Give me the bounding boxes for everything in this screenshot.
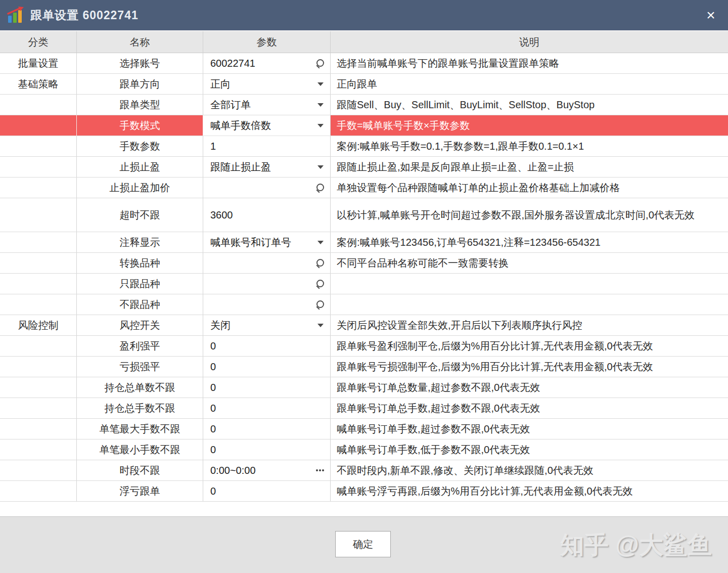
param-value: 喊单手数倍数 — [210, 119, 271, 133]
settings-table: 批量设置选择账号60022741选择当前喊单账号下的跟单账号批量设置跟单策略基础… — [0, 53, 728, 502]
search-icon[interactable] — [315, 58, 325, 68]
category-cell: 风险控制 — [0, 315, 77, 335]
category-cell — [0, 198, 77, 232]
param-cell[interactable]: 跟随止损止盈 — [203, 157, 331, 177]
param-cell[interactable]: 关闭 — [203, 315, 331, 335]
name-cell: 时段不跟 — [77, 460, 203, 480]
param-value: 关闭 — [210, 319, 231, 332]
table-row: 亏损强平0跟单账号亏损强制平仓,后缀为%用百分比计算,无代表用金额,0代表无效 — [0, 357, 728, 377]
name-cell: 不跟品种 — [77, 294, 203, 315]
category-cell — [0, 95, 77, 115]
chevron-down-icon[interactable] — [317, 82, 324, 86]
category-cell — [0, 178, 77, 198]
chevron-down-icon[interactable] — [317, 324, 324, 327]
param-cell[interactable] — [203, 294, 331, 315]
param-cell[interactable] — [203, 178, 331, 198]
description-cell: 不跟时段内,新单不跟,修改、关闭订单继续跟随,0代表无效 — [331, 460, 728, 480]
param-cell[interactable]: 0 — [203, 398, 331, 418]
name-cell: 超时不跟 — [77, 198, 203, 232]
param-cell[interactable] — [203, 274, 331, 294]
param-cell[interactable]: 喊单账号和订单号 — [203, 232, 331, 252]
table-filler — [0, 502, 728, 516]
param-value: 0 — [210, 361, 216, 373]
chevron-down-icon[interactable] — [317, 241, 324, 244]
description-cell: 跟随Sell、Buy、SellLimit、BuyLimit、SellStop、B… — [331, 95, 728, 115]
description-cell: 以秒计算,喊单账号开仓时间超过参数不跟,国外服务器设置成北京时间,0代表无效 — [331, 198, 728, 232]
param-cell[interactable]: 全部订单 — [203, 95, 331, 115]
search-icon[interactable] — [315, 299, 325, 310]
param-value: 0 — [210, 382, 216, 393]
category-cell — [0, 481, 77, 501]
description-cell: 选择当前喊单账号下的跟单账号批量设置跟单策略 — [331, 53, 728, 73]
name-cell: 只跟品种 — [77, 274, 203, 294]
window-title: 跟单设置 60022741 — [30, 8, 139, 23]
param-cell[interactable]: 喊单手数倍数 — [203, 115, 331, 136]
param-value: 0 — [210, 423, 216, 435]
chevron-down-icon[interactable] — [317, 124, 324, 127]
name-cell: 单笔最小手数不跟 — [77, 439, 203, 460]
table-row: 持仓总手数不跟0跟单账号订单总手数,超过参数不跟,0代表无效 — [0, 398, 728, 419]
param-cell[interactable] — [203, 253, 331, 273]
header-category: 分类 — [0, 31, 77, 53]
confirm-button[interactable]: 确定 — [335, 531, 391, 557]
category-cell — [0, 460, 77, 480]
param-cell[interactable]: 正向 — [203, 74, 331, 94]
category-cell — [0, 253, 77, 273]
table-row: 浮亏跟单0喊单账号浮亏再跟,后缀为%用百分比计算,无代表用金额,0代表无效 — [0, 481, 728, 502]
param-cell[interactable]: 0 — [203, 439, 331, 460]
category-cell — [0, 439, 77, 460]
description-cell: 喊单账号浮亏再跟,后缀为%用百分比计算,无代表用金额,0代表无效 — [331, 481, 728, 501]
description-cell: 案例:喊单账号123456,订单号654321,注释=123456-654321 — [331, 232, 728, 252]
param-value: 60022741 — [210, 58, 255, 69]
close-icon[interactable]: × — [700, 4, 722, 26]
param-cell[interactable]: 60022741 — [203, 53, 331, 73]
table-row: 单笔最小手数不跟0喊单账号订单手数,低于参数不跟,0代表无效 — [0, 439, 728, 460]
param-cell[interactable]: 0 — [203, 377, 331, 398]
category-cell — [0, 357, 77, 377]
param-cell[interactable]: 0:00~0:00 — [203, 460, 331, 480]
param-value: 0 — [210, 340, 216, 352]
param-cell[interactable]: 0 — [203, 336, 331, 356]
header-name: 名称 — [77, 31, 203, 53]
table-row: 止损止盈加价单独设置每个品种跟随喊单订单的止损止盈价格基础上加减价格 — [0, 178, 728, 198]
name-cell: 止损止盈 — [77, 157, 203, 177]
header-description: 说明 — [331, 31, 728, 53]
description-cell: 跟随止损止盈,如果是反向跟单止损=止盈、止盈=止损 — [331, 157, 728, 177]
search-icon[interactable] — [315, 183, 325, 193]
param-cell[interactable]: 0 — [203, 481, 331, 501]
param-cell[interactable]: 0 — [203, 357, 331, 377]
name-cell: 持仓总手数不跟 — [77, 398, 203, 418]
table-row: 风险控制风控开关关闭关闭后风控设置全部失效,开启后以下列表顺序执行风控 — [0, 315, 728, 336]
table-row: 基础策略跟单方向正向正向跟单 — [0, 74, 728, 95]
table-row: 手数模式喊单手数倍数手数=喊单账号手数×手数参数 — [0, 115, 728, 136]
table-row: 不跟品种 — [0, 294, 728, 315]
description-cell: 跟单账号亏损强制平仓,后缀为%用百分比计算,无代表用金额,0代表无效 — [331, 357, 728, 377]
param-value: 喊单账号和订单号 — [210, 236, 291, 249]
param-value: 跟随止损止盈 — [210, 160, 271, 174]
chevron-down-icon[interactable] — [317, 103, 324, 107]
name-cell: 跟单方向 — [77, 74, 203, 94]
param-cell[interactable]: 1 — [203, 136, 331, 156]
description-cell — [331, 294, 728, 315]
search-icon[interactable] — [315, 258, 325, 268]
category-cell — [0, 115, 77, 136]
name-cell: 亏损强平 — [77, 357, 203, 377]
name-cell: 手数模式 — [77, 115, 203, 136]
category-cell — [0, 136, 77, 156]
param-value: 1 — [210, 141, 216, 152]
app-logo-chart-icon — [7, 7, 25, 24]
dialog-footer: 确定 知乎 @大鲨鱼 — [0, 516, 728, 573]
ellipsis-icon[interactable] — [316, 469, 318, 471]
name-cell: 跟单类型 — [77, 95, 203, 115]
param-cell[interactable]: 3600 — [203, 198, 331, 232]
param-value: 0 — [210, 444, 216, 456]
chevron-down-icon[interactable] — [317, 165, 324, 169]
description-cell: 跟单账号盈利强制平仓,后缀为%用百分比计算,无代表用金额,0代表无效 — [331, 336, 728, 356]
param-cell[interactable]: 0 — [203, 419, 331, 439]
description-cell: 喊单账号订单手数,低于参数不跟,0代表无效 — [331, 439, 728, 460]
param-value: 0 — [210, 486, 216, 497]
description-cell — [331, 274, 728, 294]
search-icon[interactable] — [315, 279, 325, 289]
category-cell — [0, 336, 77, 356]
category-cell: 基础策略 — [0, 74, 77, 94]
